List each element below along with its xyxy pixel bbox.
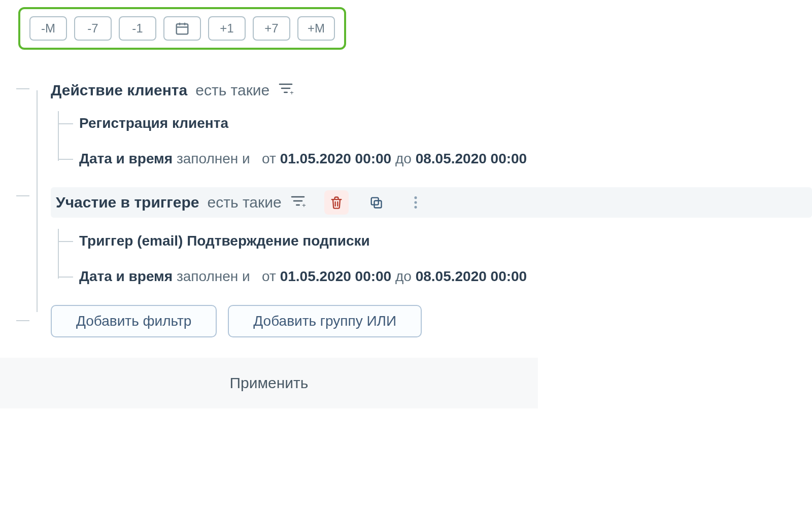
- svg-point-8: [414, 196, 417, 199]
- shift-minus-1-button[interactable]: -1: [119, 16, 156, 41]
- svg-point-9: [414, 201, 417, 203]
- more-options-button[interactable]: [403, 190, 428, 215]
- group-header[interactable]: Участие в триггере есть такие +: [51, 187, 812, 218]
- filter-tree: Действие клиента есть такие + Регистраци…: [30, 80, 812, 337]
- copy-button[interactable]: [364, 190, 388, 215]
- trash-icon: [329, 195, 344, 210]
- shift-plus-month-button[interactable]: +M: [297, 16, 335, 41]
- filter-group-client-action: Действие клиента есть такие + Регистраци…: [30, 80, 812, 167]
- svg-text:+: +: [302, 201, 306, 209]
- svg-point-10: [414, 206, 417, 209]
- kebab-menu-icon: [413, 195, 418, 210]
- group-header[interactable]: Действие клиента есть такие +: [51, 80, 812, 100]
- delete-button[interactable]: [324, 190, 349, 215]
- date-shift-toolbar: -M -7 -1 +1 +7 +M: [18, 7, 346, 50]
- shift-minus-month-button[interactable]: -M: [29, 16, 67, 41]
- filter-item-date-range[interactable]: Дата и время заполнен и от 01.05.2020 00…: [79, 151, 812, 167]
- group-title: Действие клиента: [51, 82, 187, 99]
- filter-item-date-range[interactable]: Дата и время заполнен и от 01.05.2020 00…: [79, 268, 812, 285]
- apply-bar: Применить: [0, 358, 812, 408]
- shift-minus-7-button[interactable]: -7: [74, 16, 112, 41]
- apply-button[interactable]: Применить: [0, 358, 538, 408]
- add-or-group-button[interactable]: Добавить группу ИЛИ: [228, 305, 422, 337]
- shift-today-button[interactable]: [163, 16, 201, 41]
- copy-icon: [369, 195, 383, 210]
- svg-rect-0: [177, 24, 188, 34]
- group-condition: есть такие: [208, 194, 282, 211]
- filter-add-icon[interactable]: +: [278, 80, 294, 100]
- group-title: Участие в триггере: [56, 194, 199, 211]
- shift-plus-1-button[interactable]: +1: [208, 16, 246, 41]
- filter-group-trigger-participation: Участие в триггере есть такие +: [30, 187, 812, 285]
- svg-text:+: +: [290, 89, 294, 96]
- add-filter-button[interactable]: Добавить фильтр: [51, 305, 217, 337]
- shift-plus-7-button[interactable]: +7: [253, 16, 290, 41]
- calendar-today-icon: [175, 21, 190, 36]
- filter-actions-row: Добавить фильтр Добавить группу ИЛИ: [30, 305, 812, 337]
- group-condition: есть такие: [195, 82, 269, 99]
- filter-item-trigger-email[interactable]: Триггер (email) Подтверждение подписки: [79, 233, 812, 249]
- filter-item-registration[interactable]: Регистрация клиента: [79, 115, 812, 131]
- filter-add-icon[interactable]: +: [290, 193, 306, 213]
